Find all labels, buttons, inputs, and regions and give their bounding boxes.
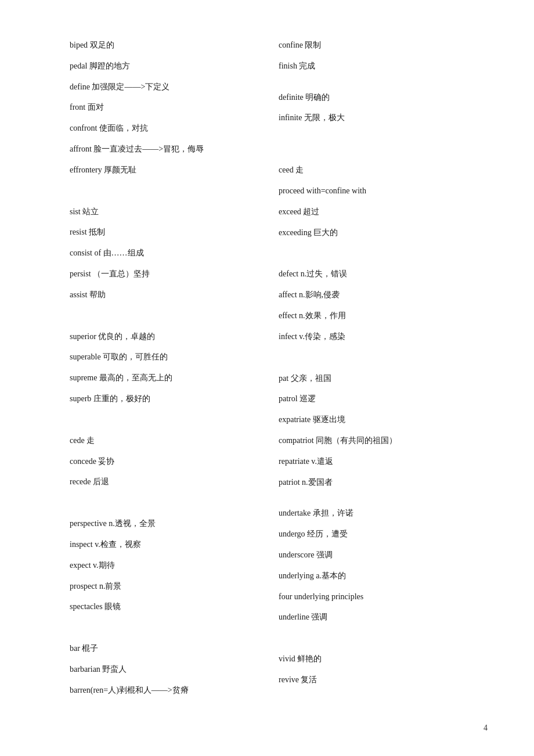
entry-expatriate: expatriate 驱逐出境 — [279, 409, 464, 430]
spacer-4 — [70, 316, 255, 326]
entry-affect: affect n.影响,侵袭 — [279, 285, 464, 305]
entry-patriot: patriot n.爱国者 — [279, 472, 464, 493]
rspacer-9 — [279, 492, 464, 503]
spacer-8 — [70, 503, 255, 513]
spacer-7 — [70, 492, 255, 503]
right-column: confine 限制 finish 完成 definite 明确的 infini… — [267, 35, 464, 701]
rspacer-6 — [279, 253, 464, 264]
entry-compatriot: compatriot 同胞（有共同的祖国） — [279, 430, 464, 451]
entry-resist: resist 抵制 — [70, 222, 255, 243]
spacer-9 — [70, 617, 255, 628]
entry-repatriate: repatriate v.遣返 — [279, 451, 464, 472]
left-column: biped 双足的 pedal 脚蹬的地方 define 加强限定——>下定义 … — [70, 35, 267, 701]
rspacer-10 — [279, 628, 464, 638]
entry-underline: underline 强调 — [279, 607, 464, 628]
entry-assist: assist 帮助 — [70, 285, 255, 305]
entry-cede: cede 走 — [70, 430, 255, 451]
spacer-3 — [70, 305, 255, 316]
entry-pedal: pedal 脚蹬的地方 — [70, 56, 255, 77]
entry-undergo: undergo 经历，遭受 — [279, 524, 464, 545]
entry-concede: concede 妥协 — [70, 451, 255, 472]
entry-barbarian: barbarian 野蛮人 — [70, 659, 255, 680]
entry-consist: consist of 由……组成 — [70, 243, 255, 264]
entry-effect: effect n.效果，作用 — [279, 305, 464, 326]
rspacer-1 — [279, 77, 464, 87]
entry-revive: revive 复活 — [279, 669, 464, 690]
entry-front: front 面对 — [70, 97, 255, 118]
entry-underscore: underscore 强调 — [279, 545, 464, 566]
entry-infect: infect v.传染，感染 — [279, 326, 464, 347]
entry-defect: defect n.过失，错误 — [279, 264, 464, 285]
entry-barren: barren(ren=人)剥棍和人——>贫瘠 — [70, 680, 255, 701]
page-number: 4 — [484, 723, 488, 733]
rspacer-7 — [279, 347, 464, 358]
entry-patrol: patrol 巡逻 — [279, 388, 464, 409]
entry-vivid: vivid 鲜艳的 — [279, 649, 464, 669]
entry-supreme: supreme 最高的，至高无上的 — [70, 368, 255, 388]
rspacer-2 — [279, 128, 464, 139]
entry-underlying: underlying a.基本的 — [279, 566, 464, 586]
rspacer-4 — [279, 149, 464, 160]
spacer-5 — [70, 409, 255, 420]
main-content: biped 双足的 pedal 脚蹬的地方 define 加强限定——>下定义 … — [70, 35, 464, 701]
entry-confront: confront 使面临，对抗 — [70, 118, 255, 139]
entry-spectacles: spectacles 眼镜 — [70, 596, 255, 617]
spacer-6 — [70, 420, 255, 430]
spacer-10 — [70, 628, 255, 638]
entry-bar: bar 棍子 — [70, 638, 255, 659]
entry-undertake: undertake 承担，许诺 — [279, 503, 464, 524]
entry-finish: finish 完成 — [279, 56, 464, 77]
entry-recede: recede 后退 — [70, 471, 255, 492]
entry-ceed: ceed 走 — [279, 160, 464, 181]
entry-prospect: prospect n.前景 — [70, 576, 255, 597]
entry-superable: superable 可取的，可胜任的 — [70, 347, 255, 368]
entry-sist: sist 站立 — [70, 201, 255, 222]
entry-exceeding: exceeding 巨大的 — [279, 222, 464, 243]
rspacer-11 — [279, 638, 464, 649]
entry-persist: persist （一直总）坚持 — [70, 264, 255, 285]
entry-perspective: perspective n.透视，全景 — [70, 513, 255, 534]
rspacer-3 — [279, 139, 464, 149]
entry-infinite: infinite 无限，极大 — [279, 107, 464, 128]
spacer-2 — [70, 191, 255, 201]
entry-confine: confine 限制 — [279, 35, 464, 56]
entry-affront: affront 脸一直凌过去——>冒犯，侮辱 — [70, 139, 255, 160]
entry-definite: definite 明确的 — [279, 87, 464, 108]
entry-inspect: inspect v.检查，视察 — [70, 534, 255, 555]
rspacer-5 — [279, 243, 464, 253]
entry-define: define 加强限定——>下定义 — [70, 77, 255, 98]
entry-pat: pat 父亲，祖国 — [279, 368, 464, 389]
entry-effrontery: effrontery 厚颜无耻 — [70, 160, 255, 181]
entry-expect: expect v.期待 — [70, 555, 255, 576]
entry-exceed: exceed 超过 — [279, 201, 464, 222]
spacer-1 — [70, 181, 255, 191]
entry-proceed: proceed with=confine with — [279, 181, 464, 201]
entry-four-principles: four underlying principles — [279, 586, 464, 607]
rspacer-8 — [279, 358, 464, 368]
entry-superb: superb 庄重的，极好的 — [70, 388, 255, 409]
entry-biped: biped 双足的 — [70, 35, 255, 56]
entry-superior: superior 优良的，卓越的 — [70, 326, 255, 347]
